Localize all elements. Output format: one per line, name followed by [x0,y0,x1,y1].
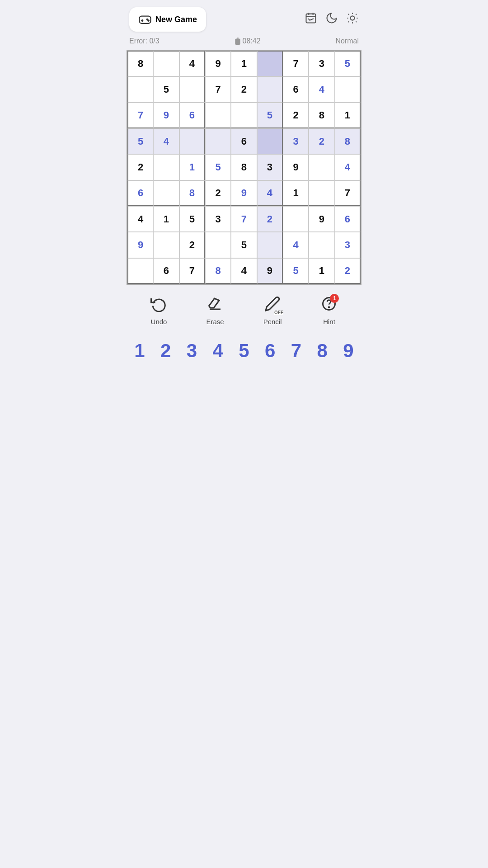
grid-cell[interactable] [153,180,179,206]
grid-cell[interactable]: 4 [309,76,334,102]
grid-cell[interactable]: 6 [335,206,361,232]
grid-cell[interactable] [205,103,231,128]
grid-cell[interactable]: 8 [179,180,205,206]
undo-button[interactable]: Undo [150,296,167,326]
grid-cell[interactable] [179,76,205,102]
new-game-button[interactable]: New Game [129,7,206,32]
pencil-button[interactable]: OFF Pencil [263,296,282,326]
grid-cell[interactable]: 7 [127,103,153,128]
numpad-button-7[interactable]: 7 [285,337,307,364]
grid-cell[interactable]: 3 [335,232,361,258]
erase-button[interactable]: Erase [206,296,224,326]
grid-cell[interactable] [205,128,231,154]
grid-cell[interactable] [309,232,334,258]
grid-cell[interactable]: 6 [127,180,153,206]
grid-cell[interactable]: 2 [179,232,205,258]
moon-icon[interactable] [325,12,338,28]
grid-cell[interactable]: 8 [205,258,231,284]
grid-cell[interactable]: 6 [179,103,205,128]
grid-cell[interactable] [283,206,309,232]
numpad-button-4[interactable]: 4 [207,337,229,364]
status-bar: Error: 0/3 08:42 Normal [122,35,366,50]
grid-cell[interactable]: 3 [205,206,231,232]
grid-cell[interactable]: 6 [153,258,179,284]
grid-cell[interactable] [309,154,334,180]
grid-cell[interactable]: 8 [335,128,361,154]
grid-cell[interactable] [179,128,205,154]
grid-cell[interactable]: 9 [153,103,179,128]
numpad-button-1[interactable]: 1 [129,337,150,364]
grid-cell[interactable]: 4 [179,51,205,76]
grid-cell[interactable]: 5 [179,206,205,232]
grid-cell[interactable]: 5 [127,128,153,154]
grid-cell[interactable]: 2 [127,154,153,180]
grid-cell[interactable] [231,103,257,128]
grid-cell[interactable]: 4 [335,154,361,180]
grid-cell[interactable]: 1 [283,180,309,206]
grid-cell[interactable]: 2 [257,206,283,232]
grid-cell[interactable]: 5 [283,258,309,284]
calendar-icon[interactable] [305,12,317,28]
grid-cell[interactable] [257,232,283,258]
numpad-button-6[interactable]: 6 [259,337,281,364]
numpad-button-8[interactable]: 8 [311,337,333,364]
grid-cell[interactable]: 8 [309,103,334,128]
grid-cell[interactable] [257,128,283,154]
settings-icon[interactable] [346,12,359,28]
grid-cell[interactable] [127,76,153,102]
grid-cell[interactable]: 6 [283,76,309,102]
grid-cell[interactable] [257,51,283,76]
grid-cell[interactable] [205,232,231,258]
grid-cell[interactable]: 1 [309,258,334,284]
grid-cell[interactable] [309,180,334,206]
grid-cell[interactable]: 8 [231,154,257,180]
grid-cell[interactable]: 4 [153,128,179,154]
grid-cell[interactable] [153,232,179,258]
grid-cell[interactable]: 5 [335,51,361,76]
grid-cell[interactable] [257,76,283,102]
numpad-button-2[interactable]: 2 [155,337,177,364]
grid-cell[interactable]: 7 [179,258,205,284]
numpad-button-5[interactable]: 5 [233,337,255,364]
numpad-button-9[interactable]: 9 [338,337,359,364]
grid-cell[interactable]: 4 [257,180,283,206]
grid-cell[interactable]: 3 [257,154,283,180]
grid-cell[interactable] [153,154,179,180]
grid-cell[interactable]: 9 [205,51,231,76]
grid-cell[interactable]: 7 [231,206,257,232]
hint-button[interactable]: 1 Hint [321,296,337,326]
grid-cell[interactable]: 2 [205,180,231,206]
grid-cell[interactable]: 7 [205,76,231,102]
grid-cell[interactable] [335,76,361,102]
grid-cell[interactable]: 5 [231,232,257,258]
timer: 08:42 [235,37,261,45]
grid-cell[interactable]: 9 [309,206,334,232]
grid-cell[interactable]: 2 [283,103,309,128]
grid-cell[interactable]: 2 [231,76,257,102]
grid-cell[interactable]: 5 [257,103,283,128]
grid-cell[interactable]: 9 [231,180,257,206]
grid-cell[interactable]: 5 [153,76,179,102]
grid-cell[interactable]: 9 [283,154,309,180]
grid-cell[interactable]: 6 [231,128,257,154]
grid-cell[interactable]: 8 [127,51,153,76]
grid-cell[interactable]: 1 [335,103,361,128]
grid-cell[interactable]: 5 [205,154,231,180]
grid-cell[interactable] [153,51,179,76]
grid-cell[interactable]: 2 [335,258,361,284]
numpad-button-3[interactable]: 3 [181,337,202,364]
grid-cell[interactable]: 9 [127,232,153,258]
grid-cell[interactable]: 4 [127,206,153,232]
grid-cell[interactable]: 2 [309,128,334,154]
grid-cell[interactable] [127,258,153,284]
grid-cell[interactable]: 4 [231,258,257,284]
grid-cell[interactable]: 7 [335,180,361,206]
grid-cell[interactable]: 7 [283,51,309,76]
grid-cell[interactable]: 9 [257,258,283,284]
grid-cell[interactable]: 4 [283,232,309,258]
grid-cell[interactable]: 1 [179,154,205,180]
grid-cell[interactable]: 3 [309,51,334,76]
grid-cell[interactable]: 3 [283,128,309,154]
grid-cell[interactable]: 1 [231,51,257,76]
grid-cell[interactable]: 1 [153,206,179,232]
